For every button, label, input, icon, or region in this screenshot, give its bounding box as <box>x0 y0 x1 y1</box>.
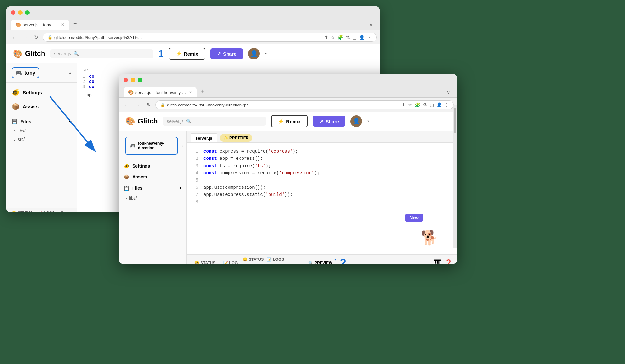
back-logs-item[interactable]: 📝 LOGS <box>38 211 55 212</box>
code-line-4: 4 const compression = require('compressi… <box>192 169 452 177</box>
front-files-item[interactable]: 💾 Files + <box>119 182 186 194</box>
new-tab-button[interactable]: + <box>70 18 81 30</box>
front-flask-icon: ⚗ <box>423 102 427 107</box>
front-project-badge[interactable]: 🎮 foul-heavenly-direction <box>125 137 178 155</box>
front-more-icon: ⋮ <box>444 102 449 107</box>
front-logs-item[interactable]: 📝 LOGS <box>267 257 284 262</box>
add-file-button-back[interactable]: + <box>68 118 72 125</box>
front-code-editor: server.js ✨ PRETTIER 1 const express = r… <box>187 131 457 264</box>
front-status-item[interactable]: 😀 STATUS <box>243 257 264 262</box>
front-bottom-status-emoji: 😀 <box>194 261 199 264</box>
front-close-button[interactable] <box>124 78 128 82</box>
front-sidebar-header: 🎮 foul-heavenly-direction « <box>119 131 186 160</box>
front-tab-close-icon[interactable]: ✕ <box>189 90 192 95</box>
front-file-tab-active[interactable]: server.js <box>191 133 217 142</box>
back-search-box[interactable]: server.js 🔍 <box>50 49 153 58</box>
front-preview-button[interactable]: 🔍 PREVIEW <box>304 259 336 264</box>
more-icon: ⋮ <box>367 35 372 40</box>
flask-icon: ⚗ <box>346 35 350 40</box>
front-back-nav[interactable]: ← <box>122 101 131 109</box>
piano-icon[interactable]: 🎹 <box>433 259 441 264</box>
assets-label: Assets <box>23 104 39 109</box>
code-line-8: 8 <box>192 198 452 205</box>
front-address-bar[interactable]: 🔒 glitch.com/edit/#!/foul-heavenly-direc… <box>155 100 454 109</box>
tab-menu-button[interactable]: ∨ <box>367 20 375 30</box>
front-lock-icon: 🔒 <box>160 103 165 107</box>
remix-icon: ⚡ <box>176 51 182 57</box>
status-emoji: 😀 <box>12 211 16 212</box>
front-browser-window: 🎨 server.js – foul-heavenly-direc ✕ + ∨ … <box>119 74 457 264</box>
remix-button-back[interactable]: ⚡ Remix <box>169 48 205 60</box>
front-glitch-icon: 🎨 <box>126 117 135 126</box>
reload-nav-button[interactable]: ↻ <box>32 33 40 41</box>
back-src-dir[interactable]: › src/ <box>12 135 72 143</box>
front-tab-active[interactable]: 🎨 server.js – foul-heavenly-direc ✕ <box>124 87 197 97</box>
front-bottom-status[interactable]: 😀 STATUS <box>191 259 219 264</box>
front-search-box[interactable]: server.js 🔍 <box>163 117 266 126</box>
front-add-file-button[interactable]: + <box>179 185 182 191</box>
step-1-badge: 1 <box>158 49 163 59</box>
front-prettier-button[interactable]: ✨ PRETTIER <box>220 134 253 142</box>
back-terminal-item[interactable]: 🖥 <box>60 211 64 212</box>
front-avatar[interactable]: 👤 <box>350 115 362 127</box>
browser-tab-active[interactable]: 🎨 server.js – tony ✕ <box>11 20 69 30</box>
back-nav-button[interactable]: ← <box>10 33 18 41</box>
front-tab-menu-button[interactable]: ∨ <box>444 87 452 97</box>
front-maximize-button[interactable] <box>138 78 142 82</box>
front-avatar-caret[interactable]: ▾ <box>367 119 369 123</box>
front-assets-icon: 📦 <box>124 174 129 179</box>
front-profile-icon: 👤 <box>436 102 442 107</box>
address-bar-row: ← → ↻ 🔒 glitch.com/edit/#!/tony?path=ser… <box>6 30 380 44</box>
front-settings-label: Settings <box>132 163 150 168</box>
front-sidebar-collapse[interactable]: « <box>181 143 184 148</box>
front-settings-item[interactable]: 🐠 Settings <box>119 160 186 171</box>
front-minimize-button[interactable] <box>131 78 135 82</box>
share-button-back[interactable]: ↗ Share <box>210 48 243 59</box>
front-new-tab-button[interactable]: + <box>197 86 209 97</box>
maximize-button[interactable] <box>25 10 30 15</box>
tab-bar: 🎨 server.js – tony ✕ + ∨ <box>11 18 375 30</box>
search-icon: 🔍 <box>73 51 79 56</box>
forward-nav-button[interactable]: → <box>21 33 30 41</box>
front-sidebar-icon: ▢ <box>430 102 434 107</box>
front-remix-button[interactable]: ⚡ Remix <box>271 115 308 127</box>
back-status-item[interactable]: 😀 STATUS <box>12 211 33 212</box>
code-line-3: 3 const fs = require('fs'); <box>192 162 452 169</box>
front-tab-bar: 🎨 server.js – foul-heavenly-direc ✕ + ∨ <box>124 86 452 97</box>
front-reload-nav[interactable]: ↻ <box>145 101 153 109</box>
avatar-caret[interactable]: ▾ <box>265 51 267 56</box>
address-bar[interactable]: 🔒 glitch.com/edit/#!/tony?path=server.js… <box>43 33 377 42</box>
front-glitch-label: Glitch <box>138 117 158 125</box>
back-settings-item[interactable]: 🐠 Settings <box>6 85 77 99</box>
help-icon[interactable]: ❓ <box>444 259 452 264</box>
tab-close-icon[interactable]: ✕ <box>61 23 64 27</box>
back-assets-item[interactable]: 📦 Assets <box>6 99 77 114</box>
puzzle-icon: 🧩 <box>338 35 343 40</box>
glitch-label: Glitch <box>25 50 45 58</box>
dir-label: libs/ <box>18 128 26 133</box>
avatar-back[interactable]: 👤 <box>248 48 260 59</box>
front-forward-nav[interactable]: → <box>134 101 142 109</box>
scrollbar-track[interactable] <box>453 131 457 248</box>
back-project-badge[interactable]: 🎮 tony <box>12 67 39 78</box>
front-assets-item[interactable]: 📦 Assets <box>119 171 186 182</box>
front-app-content: 🎨 Glitch server.js 🔍 ⚡ Remix ↗ Share 👤 ▾ <box>119 112 457 264</box>
settings-icon: 🐠 <box>12 88 20 96</box>
front-search-icon: 🔍 <box>186 119 191 124</box>
front-libs-dir[interactable]: › libs/ <box>119 194 186 202</box>
minimize-button[interactable] <box>18 10 23 15</box>
glitch-logo[interactable]: 🎨 Glitch <box>13 49 45 58</box>
close-button[interactable] <box>11 10 15 15</box>
glitch-icon: 🎨 <box>13 49 23 58</box>
code-line-7: 7 app.use(express.static('build')); <box>192 191 452 198</box>
front-share-button[interactable]: ↗ Share <box>313 116 345 127</box>
sidebar-collapse-back[interactable]: « <box>69 70 72 76</box>
front-app-header: 🎨 Glitch server.js 🔍 ⚡ Remix ↗ Share 👤 ▾ <box>119 112 457 131</box>
front-address-text: glitch.com/edit/#!/foul-heavenly-directi… <box>167 103 400 107</box>
front-glitch-logo[interactable]: 🎨 Glitch <box>126 117 158 126</box>
scrollbar-thumb[interactable] <box>454 131 456 133</box>
back-libs-dir[interactable]: › libs/ <box>12 127 72 135</box>
src-dir-label: src/ <box>18 137 25 142</box>
chevron-icon: › <box>14 128 16 133</box>
front-tab-title: server.js – foul-heavenly-direc <box>135 90 187 95</box>
